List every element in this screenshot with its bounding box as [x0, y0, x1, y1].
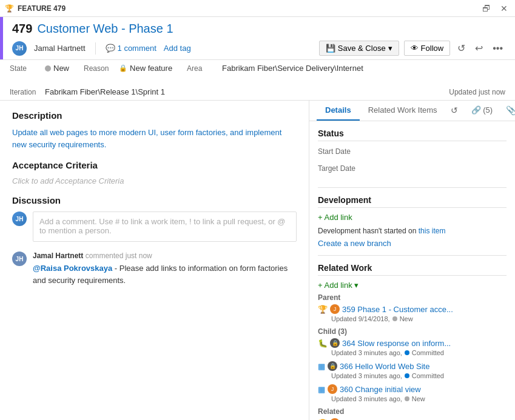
follow-button[interactable]: 👁 Follow [404, 41, 451, 56]
comment-button[interactable]: 💬 1 comment [106, 44, 157, 53]
state-value: New [53, 64, 69, 73]
discussion-title: Discussion [12, 195, 297, 205]
parent-item: 🏆 J 359 Phase 1 - Customer acce... [318, 304, 507, 314]
eye-icon: 👁 [411, 44, 419, 53]
related-add-link-button[interactable]: + Add link ▾ [318, 281, 358, 290]
minimize-button[interactable]: 🗗 [480, 2, 493, 15]
child2-status-dot [405, 373, 409, 378]
child1-text[interactable]: 364 Slow response on inform... [342, 339, 451, 348]
commenter-name: Jamal Hartnett [33, 252, 83, 260]
links-count: (5) [483, 105, 493, 115]
iteration-label: Iteration [10, 88, 40, 96]
reason-value: New feature [130, 64, 172, 73]
child1-name: Slow response on inform... [357, 339, 451, 348]
comment-content: @Raisa Pokrovskaya - Please add links to… [33, 262, 297, 286]
dev-add-link-button[interactable]: + Add link [318, 213, 352, 222]
child1-id: 364 [342, 339, 355, 348]
description-title: Description [12, 110, 297, 121]
acceptance-criteria-section: Acceptance Criteria Click to add Accepta… [12, 160, 297, 185]
save-dropdown-icon: ▾ [388, 44, 392, 53]
description-highlight: Update all web pages to more modern UI, … [12, 128, 281, 149]
refresh-button[interactable]: ↺ [455, 41, 468, 55]
updated-text: Updated just now [449, 88, 505, 96]
related-add-link-label: + Add link ▾ [318, 281, 358, 290]
lock-icon: 🔒 [119, 64, 127, 72]
save-close-label: Save & Close [338, 44, 386, 53]
area-label: Area [187, 64, 217, 73]
development-title: Development [318, 195, 507, 208]
child2-status: Committed [412, 372, 444, 379]
comment-placeholder: Add a comment. Use # to link a work item… [39, 217, 286, 235]
parent-status-dot [392, 316, 397, 321]
tab-attachment[interactable]: 📎 [501, 101, 515, 121]
child1-updated: Updated 3 minutes ago, [331, 349, 402, 356]
acceptance-criteria-placeholder[interactable]: Click to add Acceptance Criteria [12, 176, 297, 185]
state-label: State [10, 64, 40, 73]
link-icon: 🔗 [471, 105, 481, 115]
child3-id: 360 [340, 385, 353, 394]
child2-updated: Updated 3 minutes ago, [331, 372, 402, 379]
status-title: Status [318, 128, 507, 141]
right-content: Status Start Date Target Date Developmen… [309, 121, 515, 420]
related-work-title: Related Work [318, 263, 507, 276]
acceptance-criteria-title: Acceptance Criteria [12, 160, 297, 170]
undo-button[interactable]: ↩ [473, 41, 485, 55]
child2-meta: Updated 3 minutes ago, Committed [331, 372, 507, 379]
parent-meta: Updated 9/14/2018, New [331, 315, 507, 322]
comment-author-avatar: JH [12, 252, 27, 266]
tab-links[interactable]: 🔗 (5) [463, 101, 502, 121]
description-section: Description Update all web pages to more… [12, 110, 297, 150]
child1-status: Committed [412, 349, 444, 356]
dev-text-part: Development hasn't started on [318, 227, 416, 235]
main-content: Description Update all web pages to more… [0, 101, 515, 420]
title-bar: 🏆 FEATURE 479 🗗 ✕ [0, 0, 515, 17]
state-dot [45, 65, 51, 72]
commenter-avatar: JH [12, 212, 27, 226]
author-name: Jamal Hartnett [34, 44, 86, 53]
child1-bug-icon: 🐛 [318, 339, 328, 348]
comment-input[interactable]: Add a comment. Use # to link a work item… [33, 212, 297, 242]
feature-icon: 🏆 [5, 4, 14, 13]
parent-label: Parent [318, 293, 507, 302]
related-label: Related [318, 407, 507, 416]
child2-name: Hello World Web Site [355, 362, 429, 371]
child-label: Child (3) [318, 327, 507, 336]
description-text: Update all web pages to more modern UI, … [12, 127, 297, 150]
add-tag-button[interactable]: Add tag [164, 44, 191, 53]
parent-feature-icon: 🏆 [318, 305, 328, 314]
close-button[interactable]: ✕ [498, 2, 510, 15]
child2-text[interactable]: 366 Hello World Web Site [340, 362, 429, 371]
parent-item-text[interactable]: 359 Phase 1 - Customer acce... [342, 305, 453, 314]
parent-avatar-icon: J [330, 304, 340, 314]
related-work-section: Related Work + Add link ▾ Parent 🏆 J 359… [318, 263, 507, 420]
reason-label: Reason [84, 64, 114, 73]
start-date-label: Start Date [318, 146, 385, 156]
child-item-3: ▦ J 360 Change initial view [318, 384, 507, 394]
dev-status-text: Development hasn't started on this item [318, 225, 507, 236]
child3-task-icon: ▦ [318, 385, 325, 394]
follow-label: Follow [421, 44, 444, 53]
tab-history[interactable]: ↺ [446, 101, 463, 121]
child2-lock-icon: 🔒 [328, 361, 337, 371]
child3-status: New [412, 395, 425, 402]
work-item-header: 479 Customer Web - Phase 1 JH Jamal Hart… [0, 17, 515, 60]
create-branch-link[interactable]: Create a new branch [318, 239, 391, 248]
comment-time: commented just now [86, 252, 152, 260]
work-item-id: 479 [12, 22, 32, 36]
save-close-button[interactable]: 💾 Save & Close ▾ [319, 41, 399, 56]
dev-link[interactable]: this item [419, 227, 446, 235]
child3-text[interactable]: 360 Change initial view [340, 385, 421, 394]
parent-text: Phase 1 - Customer acce... [357, 305, 453, 314]
tab-related-work-items[interactable]: Related Work Items [360, 101, 446, 121]
title-bar-text: FEATURE 479 [18, 4, 66, 13]
work-item-title: 479 Customer Web - Phase 1 [12, 22, 505, 36]
left-panel: Description Update all web pages to more… [0, 101, 309, 420]
parent-id: 359 [342, 305, 355, 314]
fields-row: State New Reason 🔒 New feature Area Fabr… [0, 60, 515, 101]
comment-count: 1 comment [118, 44, 157, 53]
child1-lock-icon: 🔒 [330, 338, 340, 348]
status-section: Status Start Date Target Date [318, 128, 507, 188]
tab-details[interactable]: Details [317, 101, 360, 121]
comment-icon: 💬 [106, 44, 115, 53]
more-options-button[interactable]: ••• [490, 42, 505, 55]
